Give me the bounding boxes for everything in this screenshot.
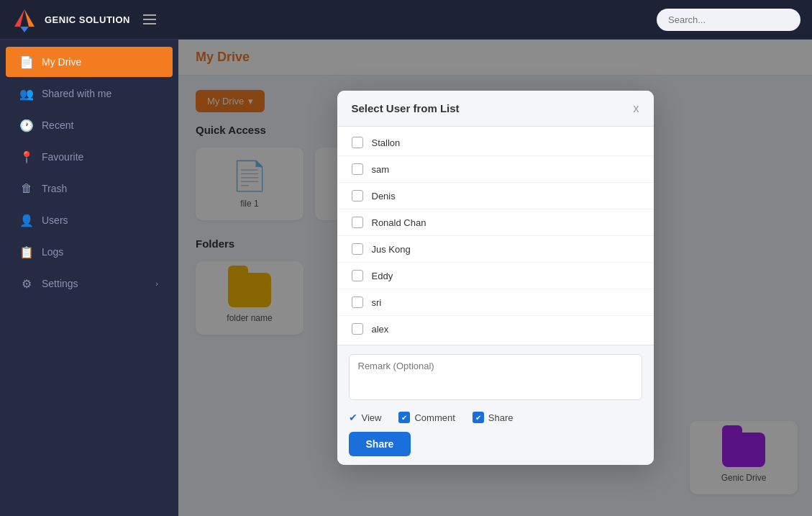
sidebar-item-recent[interactable]: 🕐 Recent <box>6 110 173 140</box>
sidebar-label-settings: Settings <box>42 278 78 289</box>
select-user-modal: Select User from List x Stallon sam <box>337 91 654 465</box>
modal-title: Select User from List <box>352 102 460 114</box>
user-list-item-eddy[interactable]: Eddy <box>337 263 654 289</box>
user-name-sri: sri <box>372 297 382 308</box>
main-content: My Drive My Drive ▾ Quick Access 📄 file … <box>178 40 812 516</box>
user-list-item-sam[interactable]: sam <box>337 156 654 183</box>
sidebar-item-favourite[interactable]: 📍 Favourite <box>6 142 173 172</box>
remark-textarea[interactable] <box>349 354 642 400</box>
perm-comment-label: Comment <box>414 412 455 423</box>
sidebar-item-logs[interactable]: 📋 Logs <box>6 237 173 267</box>
user-list-item-sri[interactable]: sri <box>337 289 654 316</box>
sidebar-label-my-drive: My Drive <box>42 56 81 68</box>
search-input[interactable] <box>657 9 800 31</box>
comment-checkbox[interactable]: ✔ <box>398 412 410 423</box>
sidebar: 📄 My Drive 👥 Shared with me 🕐 Recent 📍 F… <box>0 40 178 516</box>
user-checkbox-denis[interactable] <box>352 190 363 202</box>
user-checkbox-sam[interactable] <box>352 163 363 175</box>
svg-marker-1 <box>24 9 35 27</box>
sidebar-item-my-drive[interactable]: 📄 My Drive <box>6 47 173 77</box>
perm-share-label: Share <box>488 412 514 423</box>
user-name-stallon: Stallon <box>372 137 401 148</box>
logo-icon <box>12 6 37 32</box>
user-checkbox-alex[interactable] <box>352 323 363 335</box>
svg-marker-2 <box>20 27 29 32</box>
user-checkbox-ronald-chan[interactable] <box>352 217 363 228</box>
topbar: GENIC SOLUTION <box>0 0 812 40</box>
sidebar-item-trash[interactable]: 🗑 Trash <box>6 173 173 204</box>
sidebar-label-favourite: Favourite <box>42 151 83 163</box>
sidebar-item-users[interactable]: 👤 Users <box>6 205 173 235</box>
logo-area: GENIC SOLUTION <box>12 6 156 32</box>
user-list-item-denis[interactable]: Denis <box>337 183 654 209</box>
settings-chevron-icon: › <box>155 279 158 288</box>
file-icon: 📄 <box>20 55 33 68</box>
permissions-row: ✔ View ✔ Comment ✔ Share <box>349 412 642 423</box>
user-checkbox-jus-kong[interactable] <box>352 243 363 255</box>
recent-icon: 🕐 <box>20 119 33 132</box>
app-name: GENIC SOLUTION <box>45 14 130 25</box>
sidebar-label-recent: Recent <box>42 119 73 131</box>
share-button[interactable]: Share <box>349 432 411 456</box>
perm-share[interactable]: ✔ Share <box>473 412 514 423</box>
sidebar-label-shared: Shared with me <box>42 88 111 99</box>
user-name-denis: Denis <box>372 191 396 202</box>
logs-icon: 📋 <box>20 245 33 258</box>
user-list-item-ronald-chan[interactable]: Ronald Chan <box>337 209 654 236</box>
user-checkbox-sri[interactable] <box>352 297 363 308</box>
modal-overlay: Select User from List x Stallon sam <box>178 40 812 516</box>
user-name-eddy: Eddy <box>372 271 393 281</box>
sidebar-label-trash: Trash <box>42 183 67 194</box>
sidebar-item-settings[interactable]: ⚙ Settings › <box>6 268 173 299</box>
share-checkbox[interactable]: ✔ <box>473 412 484 423</box>
sidebar-label-logs: Logs <box>42 246 63 258</box>
perm-comment[interactable]: ✔ Comment <box>398 412 455 423</box>
user-list: Stallon sam Denis Ronald Chan <box>337 127 654 345</box>
app-layout: 📄 My Drive 👥 Shared with me 🕐 Recent 📍 F… <box>0 40 812 516</box>
user-name-ronald-chan: Ronald Chan <box>372 217 426 228</box>
sidebar-item-shared-with-me[interactable]: 👥 Shared with me <box>6 78 173 109</box>
user-name-sam: sam <box>372 164 390 175</box>
user-checkbox-stallon[interactable] <box>352 137 363 148</box>
view-check-icon: ✔ <box>349 412 357 423</box>
modal-header: Select User from List x <box>337 91 654 127</box>
hamburger-menu[interactable] <box>143 14 156 24</box>
svg-marker-0 <box>14 9 24 27</box>
user-list-item-jus-kong[interactable]: Jus Kong <box>337 236 654 263</box>
modal-footer: ✔ View ✔ Comment ✔ Share Share <box>337 345 654 465</box>
perm-view-label: View <box>362 412 382 423</box>
user-checkbox-eddy[interactable] <box>352 270 363 281</box>
trash-icon: 🗑 <box>20 182 33 195</box>
user-list-item-stallon[interactable]: Stallon <box>337 130 654 156</box>
favourite-icon: 📍 <box>20 150 33 163</box>
sidebar-label-users: Users <box>42 214 68 226</box>
users-icon: 👤 <box>20 214 33 227</box>
modal-close-button[interactable]: x <box>634 103 639 114</box>
settings-icon: ⚙ <box>20 277 33 290</box>
user-list-item-alex[interactable]: alex <box>337 316 654 342</box>
shared-icon: 👥 <box>20 87 33 100</box>
user-name-alex: alex <box>372 324 389 335</box>
user-name-jus-kong: Jus Kong <box>372 244 411 255</box>
perm-view: ✔ View <box>349 412 382 423</box>
